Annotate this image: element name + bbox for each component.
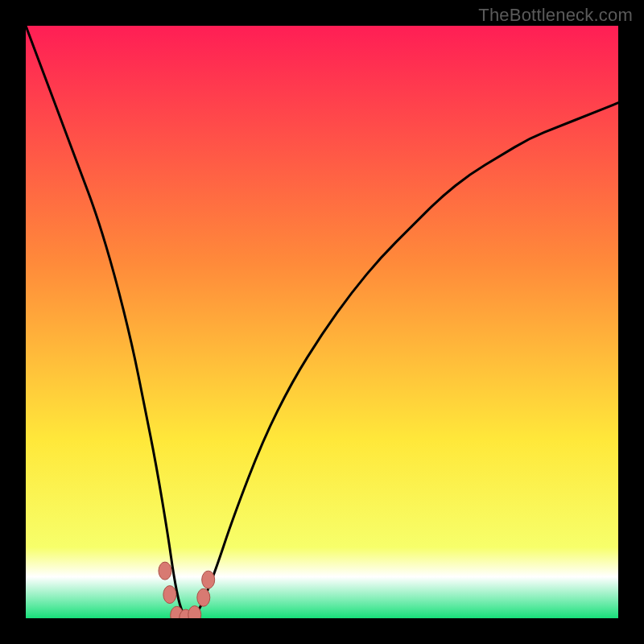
chart-frame: { "watermark": "TheBottleneck.com", "col…	[0, 0, 644, 644]
curve-marker	[159, 562, 171, 580]
bottleneck-chart	[26, 26, 618, 618]
curve-marker	[163, 586, 176, 604]
watermark-text: TheBottleneck.com	[478, 5, 633, 26]
curve-marker	[202, 571, 215, 588]
curve-marker	[197, 588, 210, 606]
gradient-background	[26, 26, 618, 618]
